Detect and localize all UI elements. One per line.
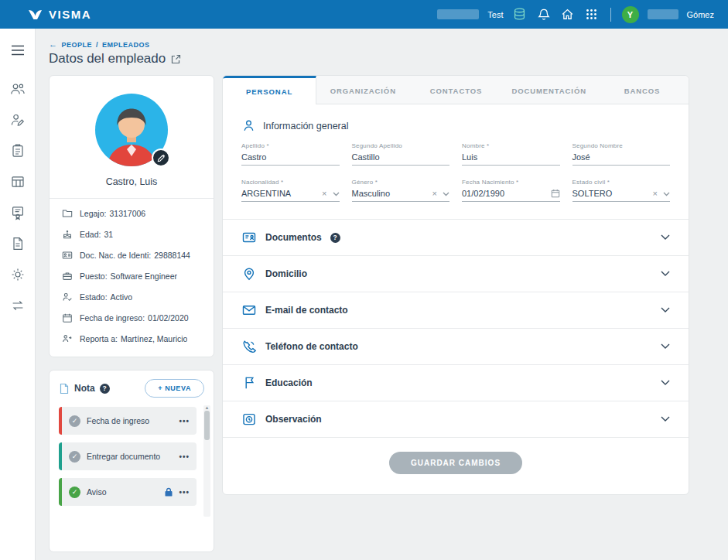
- more-menu-icon[interactable]: •••: [179, 452, 190, 461]
- accordion-email[interactable]: E-mail de contacto: [223, 292, 689, 328]
- open-in-new-icon[interactable]: [171, 54, 181, 64]
- section-title: Información general: [263, 121, 348, 131]
- environment-label: Test: [487, 10, 503, 19]
- education-flag-icon: [241, 375, 257, 391]
- lock-icon: [165, 487, 173, 497]
- new-note-button[interactable]: + NUEVA: [145, 379, 204, 398]
- notifications-bell-icon[interactable]: [536, 7, 552, 22]
- clipboard-icon[interactable]: [0, 135, 36, 166]
- document-icon[interactable]: [0, 228, 36, 259]
- tab-organizacion[interactable]: ORGANIZACIÓN: [316, 76, 409, 104]
- folder-icon: [62, 208, 73, 219]
- field-genero: Género * Masculino ×: [352, 179, 450, 202]
- location-pin-icon: [241, 266, 257, 282]
- more-menu-icon[interactable]: •••: [179, 488, 190, 497]
- employees-icon[interactable]: [0, 73, 36, 104]
- accordion-domicilio[interactable]: Domicilio: [223, 255, 689, 292]
- notes-title: Nota: [74, 383, 95, 394]
- save-changes-button[interactable]: GUARDAR CAMBIOS: [389, 452, 522, 474]
- chevron-down-icon[interactable]: [333, 192, 340, 196]
- help-icon[interactable]: ?: [100, 384, 110, 394]
- accordion-observacion[interactable]: Observación: [223, 401, 689, 437]
- calendar-icon[interactable]: [551, 189, 560, 198]
- chevron-down-icon: [661, 234, 670, 241]
- user-name: Gómez: [687, 10, 714, 19]
- observation-clock-icon: [241, 411, 257, 427]
- app-grid-icon[interactable]: [584, 7, 600, 22]
- clear-icon[interactable]: ×: [432, 190, 437, 198]
- breadcrumb-separator: /: [96, 41, 98, 49]
- accordion-educacion[interactable]: Educación: [223, 364, 689, 401]
- estado-civil-select[interactable]: SOLTERO ×: [572, 189, 671, 202]
- clear-icon[interactable]: ×: [653, 190, 658, 198]
- topbar-divider: [610, 8, 611, 22]
- field-apellido: Apellido * Castro: [241, 142, 340, 166]
- note-label: Fecha de ingreso: [87, 416, 149, 425]
- field-nombre: Nombre * Luis: [462, 142, 560, 166]
- settings-gear-icon[interactable]: [0, 259, 36, 290]
- user-avatar[interactable]: Y: [622, 6, 639, 23]
- notes-scrollbar[interactable]: ▲: [203, 405, 210, 517]
- home-icon[interactable]: [560, 7, 576, 22]
- employee-summary-card: Castro, Luis Legajo:31317006 Edad:31 Doc…: [49, 75, 214, 357]
- field-fecha-ingreso: Fecha de ingreso:01/02/2020: [62, 312, 201, 323]
- visma-logo: VISMA: [28, 8, 91, 21]
- scrollbar-thumb[interactable]: [204, 411, 210, 440]
- employee-avatar: [94, 93, 169, 167]
- apellido-input[interactable]: Castro: [241, 152, 340, 166]
- chevron-down-icon: [661, 343, 670, 350]
- note-item[interactable]: ✓ Entregar documento •••: [59, 442, 197, 470]
- field-documento: Doc. Nac. de Identi:29888144: [62, 250, 201, 261]
- accordion-documentos[interactable]: Documentos ?: [223, 219, 689, 255]
- help-icon[interactable]: ?: [330, 233, 340, 243]
- back-arrow-icon[interactable]: ←: [49, 40, 58, 49]
- note-document-icon: [59, 383, 70, 394]
- phone-icon: [241, 339, 257, 354]
- person-edit-icon[interactable]: [0, 104, 36, 135]
- field-segundo-nombre: Segundo Nombre José: [572, 142, 671, 166]
- segundo-nombre-input[interactable]: José: [572, 152, 671, 166]
- tab-bancos[interactable]: BANCOS: [596, 76, 689, 104]
- payroll-table-icon[interactable]: [0, 166, 36, 197]
- accordion-telefono[interactable]: Teléfono de contacto: [223, 328, 689, 364]
- reports-to-icon: [62, 333, 73, 344]
- edit-avatar-button[interactable]: [152, 149, 170, 167]
- more-menu-icon[interactable]: •••: [179, 417, 190, 425]
- chevron-down-icon: [661, 307, 670, 313]
- genero-select[interactable]: Masculino ×: [352, 189, 450, 202]
- note-item[interactable]: ✓ Fecha de ingreso •••: [59, 407, 197, 435]
- certificate-icon[interactable]: [0, 197, 36, 228]
- left-rail: [0, 29, 36, 560]
- segundo-apellido-input[interactable]: Castillo: [352, 152, 450, 166]
- check-circle-icon[interactable]: ✓: [69, 415, 80, 427]
- notes-card: Nota ? + NUEVA ✓ Fecha de ingreso ••• ✓ …: [49, 370, 214, 552]
- nacionalidad-select[interactable]: ARGENTINA ×: [241, 189, 340, 202]
- nombre-input[interactable]: Luis: [462, 152, 560, 166]
- field-legajo: Legajo:31317006: [62, 208, 201, 219]
- chevron-down-icon[interactable]: [663, 192, 670, 196]
- tab-contactos[interactable]: CONTACTOS: [409, 76, 502, 104]
- topbar: VISMA Test Y Gómez: [0, 0, 728, 29]
- note-item[interactable]: ✓ Aviso •••: [59, 478, 197, 506]
- clear-icon[interactable]: ×: [322, 190, 326, 198]
- check-circle-icon[interactable]: ✓: [69, 451, 80, 463]
- tab-personal[interactable]: PERSONAL: [223, 76, 316, 104]
- environment-database-icon[interactable]: [512, 7, 528, 22]
- person-status-icon: [62, 292, 73, 302]
- breadcrumb-people[interactable]: PEOPLE: [62, 41, 93, 49]
- transfers-icon[interactable]: [0, 290, 36, 321]
- notes-list: ✓ Fecha de ingreso ••• ✓ Entregar docume…: [50, 404, 214, 521]
- employee-detail-card: PERSONAL ORGANIZACIÓN CONTACTOS DOCUMENT…: [222, 75, 689, 495]
- fecha-nacimiento-input[interactable]: 01/02/1990: [462, 189, 560, 202]
- field-estado-civil: Estado civil * SOLTERO ×: [572, 179, 671, 202]
- tab-documentacion[interactable]: DOCUMENTACIÓN: [503, 76, 596, 104]
- chevron-down-icon: [661, 380, 670, 386]
- check-circle-icon[interactable]: ✓: [69, 487, 80, 498]
- hamburger-menu-icon[interactable]: [0, 35, 36, 66]
- note-label: Aviso: [87, 487, 107, 497]
- calendar-icon: [62, 312, 73, 323]
- scroll-up-icon[interactable]: ▲: [205, 405, 210, 410]
- note-label: Entregar documento: [87, 452, 160, 461]
- chevron-down-icon[interactable]: [443, 192, 449, 196]
- breadcrumb-empleados[interactable]: EMPLEADOS: [102, 41, 150, 49]
